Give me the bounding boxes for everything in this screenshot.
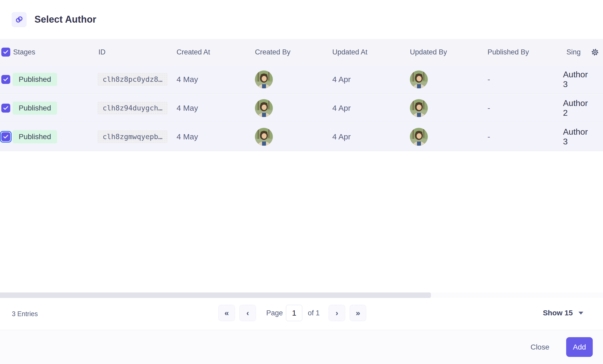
last-page-button[interactable]: » xyxy=(350,305,366,321)
table-header-row: Stages ID Created At Created By Updated … xyxy=(0,39,603,65)
status-badge: Published xyxy=(13,73,57,86)
page-size-select[interactable]: Show 15 xyxy=(543,305,583,321)
table-row[interactable]: Published clh8zgmwqyepb… 4 May 4 Apr - A… xyxy=(0,123,603,151)
page-total-label: of 1 xyxy=(308,305,320,321)
column-header-created-by[interactable]: Created By xyxy=(255,48,332,56)
row-checkbox-focused[interactable] xyxy=(0,131,13,143)
column-header-created-at[interactable]: Created At xyxy=(177,48,255,56)
updated-at-value: 4 Apr xyxy=(332,132,410,141)
created-by-avatar xyxy=(255,128,273,146)
select-author-modal: Select Author Stages ID Created At Creat… xyxy=(0,0,603,364)
created-at-value: 4 May xyxy=(177,75,255,84)
column-settings-button[interactable] xyxy=(587,48,603,56)
relation-icon-chip xyxy=(12,12,27,27)
column-header-stages[interactable]: Stages xyxy=(13,48,97,56)
published-by-value: - xyxy=(488,132,563,141)
gear-icon xyxy=(591,48,599,56)
author-name: Author 2 xyxy=(563,98,603,118)
link-icon xyxy=(15,15,23,24)
close-button[interactable]: Close xyxy=(530,343,549,351)
published-by-value: - xyxy=(488,104,563,113)
created-at-value: 4 May xyxy=(177,104,255,113)
horizontal-scrollbar-thumb[interactable] xyxy=(0,292,431,298)
updated-at-value: 4 Apr xyxy=(332,75,410,84)
row-checkbox[interactable] xyxy=(0,75,13,84)
checkbox-checked-icon xyxy=(1,132,10,141)
entries-count: 3 Entries xyxy=(12,298,38,330)
page-title: Select Author xyxy=(34,14,96,25)
column-header-published-by[interactable]: Published By xyxy=(488,48,563,56)
id-pill: clh8z94duygch… xyxy=(97,102,168,115)
checkbox-checked-icon xyxy=(1,104,10,113)
created-by-avatar xyxy=(255,70,273,88)
column-header-id[interactable]: ID xyxy=(97,48,177,56)
horizontal-scrollbar-track[interactable] xyxy=(0,292,603,298)
column-header-single-truncated[interactable]: Sing xyxy=(563,48,587,56)
select-all-checkbox[interactable] xyxy=(0,48,13,57)
created-at-value: 4 May xyxy=(177,132,255,141)
updated-at-value: 4 Apr xyxy=(332,104,410,113)
updated-by-avatar xyxy=(410,99,428,117)
add-button[interactable]: Add xyxy=(566,337,593,357)
status-badge: Published xyxy=(13,102,57,115)
focus-ring xyxy=(0,131,12,143)
created-by-avatar xyxy=(255,99,273,117)
checkbox-checked-icon xyxy=(1,48,10,57)
published-by-value: - xyxy=(488,75,563,84)
updated-by-avatar xyxy=(410,70,428,88)
page-label: Page xyxy=(266,305,283,321)
page-size-label: Show 15 xyxy=(543,309,573,317)
id-pill: clh8z8pc0ydz8… xyxy=(97,73,168,86)
first-page-button[interactable]: « xyxy=(218,305,235,321)
column-header-updated-by[interactable]: Updated By xyxy=(410,48,488,56)
id-pill: clh8zgmwqyepb… xyxy=(97,130,168,143)
status-badge: Published xyxy=(13,130,57,143)
column-header-updated-at[interactable]: Updated At xyxy=(332,48,410,56)
next-page-button[interactable]: › xyxy=(329,305,345,321)
table-row[interactable]: Published clh8z8pc0ydz8… 4 May 4 Apr - A… xyxy=(0,65,603,94)
page-number-input[interactable] xyxy=(286,305,302,321)
row-checkbox[interactable] xyxy=(0,104,13,113)
previous-page-button[interactable]: ‹ xyxy=(239,305,256,321)
chevron-down-icon xyxy=(579,312,583,315)
modal-footer: Close Add xyxy=(0,330,603,364)
author-name: Author 3 xyxy=(563,127,603,146)
modal-header: Select Author xyxy=(0,0,603,39)
checkbox-checked-icon xyxy=(1,75,10,84)
updated-by-avatar xyxy=(410,128,428,146)
author-name: Author 3 xyxy=(563,70,603,89)
table-row[interactable]: Published clh8z94duygch… 4 May 4 Apr - A… xyxy=(0,94,603,122)
